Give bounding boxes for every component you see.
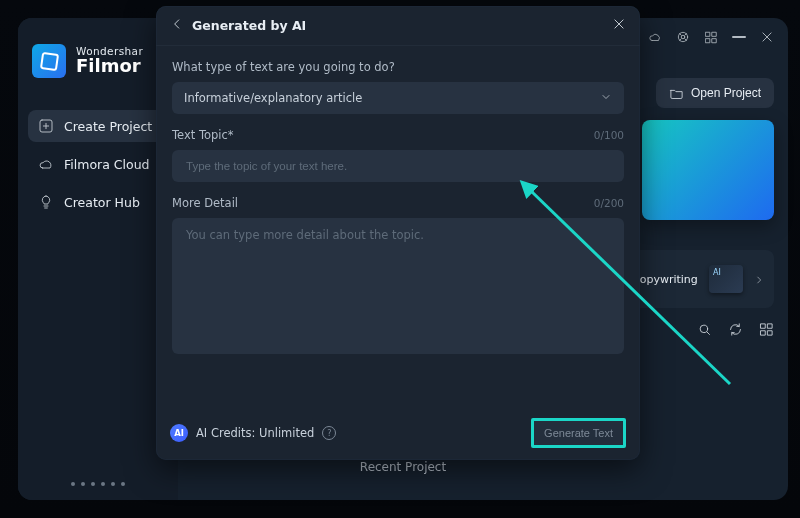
grid-icon[interactable] — [759, 322, 774, 337]
close-icon[interactable] — [612, 16, 626, 35]
modal-question: What type of text are you going to do? — [172, 60, 624, 74]
pagination-dots — [71, 482, 125, 486]
folder-icon — [669, 86, 683, 100]
cloud-icon — [38, 156, 54, 172]
project-thumbnail[interactable] — [642, 120, 774, 220]
recent-project-label: Recent Project — [360, 460, 446, 474]
svg-rect-8 — [761, 324, 765, 328]
ai-modal: Generated by AI What type of text are yo… — [156, 6, 640, 460]
bulb-icon — [38, 194, 54, 210]
generate-text-button[interactable]: Generate Text — [531, 418, 626, 448]
ai-credits: AI AI Credits: Unlimited ? — [170, 424, 336, 442]
sidebar-item-filmora-cloud[interactable]: Filmora Cloud — [28, 148, 168, 180]
text-type-select[interactable]: Informative/explanatory article — [172, 82, 624, 114]
open-project-label: Open Project — [691, 86, 761, 100]
feature-copywriting[interactable]: Copywriting — [622, 250, 774, 308]
sidebar-item-label: Create Project — [64, 119, 152, 134]
detail-label: More Detail — [172, 196, 238, 210]
ai-badge-icon: AI — [170, 424, 188, 442]
right-strip: Open Project Copywriting — [626, 18, 774, 500]
modal-footer: AI AI Credits: Unlimited ? Generate Text — [170, 418, 626, 448]
modal-body: What type of text are you going to do? I… — [156, 46, 640, 364]
brand-name-bottom: Filmor — [76, 57, 143, 76]
sidebar-item-label: Filmora Cloud — [64, 157, 150, 172]
detail-textarea[interactable] — [184, 226, 616, 350]
select-value: Informative/explanatory article — [184, 91, 362, 105]
brand-text: Wondershar Filmor — [76, 46, 143, 76]
sidebar-nav: Create Project Filmora Cloud Creator Hub — [18, 110, 178, 218]
detail-counter: 0/200 — [594, 197, 624, 209]
svg-rect-11 — [768, 331, 772, 335]
chevron-right-icon — [754, 270, 764, 289]
chevron-down-icon — [600, 91, 612, 106]
topic-input-wrapper — [172, 150, 624, 182]
plus-icon — [38, 118, 54, 134]
svg-point-7 — [700, 325, 708, 333]
feature-card-icon — [709, 265, 743, 293]
search-icon[interactable] — [697, 322, 712, 337]
modal-header: Generated by AI — [156, 6, 640, 46]
refresh-icon[interactable] — [728, 322, 743, 337]
sidebar-item-creator-hub[interactable]: Creator Hub — [28, 186, 168, 218]
svg-rect-10 — [761, 331, 765, 335]
sidebar-item-label: Creator Hub — [64, 195, 140, 210]
info-icon[interactable]: ? — [322, 426, 336, 440]
detail-textarea-wrapper — [172, 218, 624, 354]
feature-label: Copywriting — [632, 273, 698, 286]
right-row-icons — [697, 322, 774, 337]
topic-label: Text Topic* — [172, 128, 234, 142]
topic-input[interactable] — [184, 159, 612, 173]
back-icon[interactable] — [170, 16, 184, 35]
ai-credits-label: AI Credits: Unlimited — [196, 426, 314, 440]
sidebar-item-create-project[interactable]: Create Project — [28, 110, 168, 142]
open-project-button[interactable]: Open Project — [656, 78, 774, 108]
sidebar: Wondershar Filmor Create Project Filmora… — [18, 18, 178, 500]
topic-counter: 0/100 — [594, 129, 624, 141]
modal-title: Generated by AI — [192, 18, 306, 33]
brand-logo — [32, 44, 66, 78]
svg-rect-9 — [768, 324, 772, 328]
